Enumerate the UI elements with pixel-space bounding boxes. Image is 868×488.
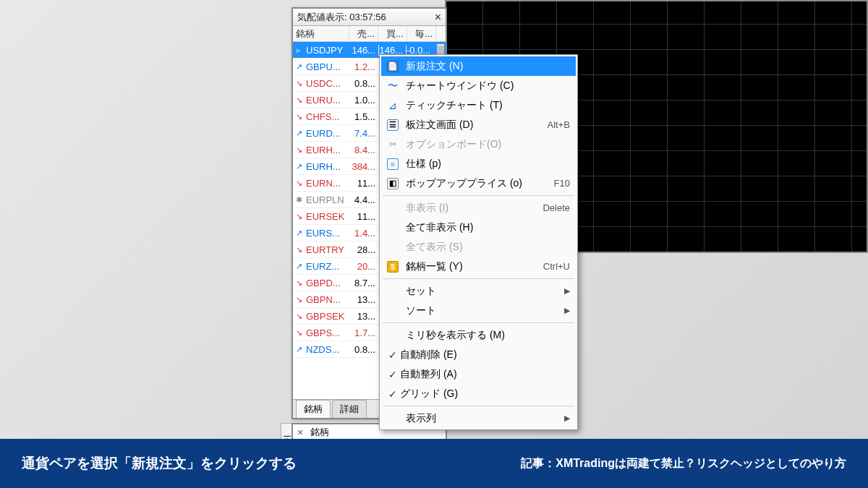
close-icon[interactable]: × (297, 427, 303, 438)
bid-value: 28... (349, 244, 378, 255)
bid-value: 1.4... (349, 228, 378, 239)
symbol-name: EURZ... (305, 261, 349, 272)
trend-arrow-icon: ↘ (293, 295, 305, 304)
menu-new-order[interactable]: 📄 新規注文 (N) (381, 56, 576, 76)
menu-popup-prices[interactable]: ◧ ポップアッププライス (o) F10 (381, 174, 576, 193)
bid-value: 20... (349, 261, 378, 272)
separator (383, 406, 574, 406)
menu-tick-chart[interactable]: ⊿ ティックチャート (T) (381, 95, 576, 115)
menu-columns[interactable]: 表示列 ▶ (381, 408, 576, 428)
symbol-name: GBPU... (305, 61, 349, 72)
bid-value: 1.5... (349, 111, 378, 122)
symbol-name: NZDS... (305, 344, 349, 355)
context-menu: 📄 新規注文 (N) 〜 チャートウインドウ (C) ⊿ ティックチャート (T… (379, 54, 578, 430)
symbol-list-icon: $ (386, 260, 400, 274)
trend-arrow-icon: ↘ (293, 328, 305, 338)
option-icon: ✂ (386, 137, 400, 152)
bid-value: 13... (349, 311, 378, 322)
tick-chart-icon: ⊿ (386, 98, 400, 113)
chevron-right-icon: ▶ (564, 306, 570, 315)
column-headers[interactable]: 銘柄 売... 買... 毎... (293, 26, 446, 42)
menu-hide-all[interactable]: 全て非表示 (H) (381, 218, 576, 237)
menu-option-board: ✂ オプションボード(O) (381, 134, 576, 154)
bid-value: 7.4... (349, 128, 378, 139)
bid-value: 1.0... (349, 95, 378, 106)
trend-arrow-icon: ▹ (293, 46, 305, 55)
close-icon[interactable]: × (435, 12, 441, 23)
symbol-name: EURSEK (305, 211, 349, 222)
spec-icon: ≡ (386, 157, 400, 171)
menu-auto-delete[interactable]: ✓ 自動削除 (E) (381, 345, 576, 364)
bid-value: 1.7... (349, 328, 378, 338)
symbol-name: EURTRY (305, 244, 349, 255)
menu-hide: 非表示 (I) Delete (381, 198, 576, 218)
symbol-name: CHFS... (305, 111, 349, 122)
trend-arrow-icon: ↗ (293, 345, 305, 354)
trend-arrow-icon: ↗ (293, 62, 305, 72)
symbol-name: EURPLN (305, 194, 349, 205)
header-spread[interactable]: 毎... (407, 26, 436, 41)
new-order-icon: 📄 (386, 59, 400, 74)
tab-detail[interactable]: 詳細 (332, 400, 367, 418)
trend-arrow-icon: ↘ (293, 179, 305, 188)
menu-board-order[interactable]: ☰ 板注文画面 (D) Alt+B (381, 115, 576, 134)
menu-sort[interactable]: ソート ▶ (381, 301, 576, 320)
trend-arrow-icon: ↘ (293, 245, 305, 254)
symbol-name: GBPD... (305, 278, 349, 288)
banner-right-text: 記事：XMTradingは両建て禁止？リスクヘッジとしてのやり方 (521, 456, 846, 471)
bid-value: 1.2... (349, 61, 378, 72)
bid-value: 8.7... (349, 278, 378, 288)
bid-value: 11... (349, 211, 378, 222)
symbol-name: GBPS... (305, 328, 349, 338)
trend-arrow-icon: ↗ (293, 262, 305, 271)
trend-arrow-icon: ↗ (293, 162, 305, 171)
bid-value: 146... (349, 45, 378, 56)
bid-value: 4.4... (349, 194, 378, 205)
bid-value: 11... (349, 178, 378, 189)
instruction-banner: 通貨ペアを選択「新規注文」をクリックする 記事：XMTradingは両建て禁止？… (0, 439, 868, 488)
symbol-name: EURS... (305, 228, 349, 239)
symbol-name: USDC... (305, 78, 349, 89)
menu-symbol-list[interactable]: $ 銘柄一覧 (Y) Ctrl+U (381, 257, 576, 276)
symbol-name: GBPSEK (305, 311, 349, 322)
check-icon: ✓ (386, 349, 400, 361)
trend-arrow-icon: ↘ (293, 79, 305, 88)
bid-value: 384... (349, 161, 378, 172)
trend-arrow-icon: ↗ (293, 129, 305, 138)
separator (383, 322, 574, 323)
bid-value: 0.8... (349, 344, 378, 355)
header-ask[interactable]: 買... (378, 26, 407, 41)
chevron-right-icon: ▶ (564, 286, 570, 296)
header-symbol[interactable]: 銘柄 (293, 26, 349, 41)
trend-arrow-icon: ↘ (293, 112, 305, 121)
trend-arrow-icon: ↘ (293, 312, 305, 321)
menu-show-ms[interactable]: ミリ秒を表示する (M) (381, 325, 576, 345)
symbol-name: EURH... (305, 145, 349, 155)
menu-specification[interactable]: ≡ 仕様 (p) (381, 154, 576, 174)
menu-set[interactable]: セット ▶ (381, 281, 576, 301)
trend-arrow-icon: ↘ (293, 145, 305, 155)
separator (383, 278, 574, 279)
tab-symbols[interactable]: 銘柄 (296, 400, 331, 418)
symbol-name: GBPN... (305, 294, 349, 305)
window-title: 気配値表示: 03:57:56 (297, 11, 386, 24)
menu-grid[interactable]: ✓ グリッド (G) (381, 384, 576, 403)
trend-arrow-icon: ↘ (293, 95, 305, 105)
banner-left-text: 通貨ペアを選択「新規注文」をクリックする (22, 454, 297, 473)
board-icon: ☰ (386, 118, 400, 132)
window-titlebar[interactable]: 気配値表示: 03:57:56 × (293, 9, 446, 26)
symbol-name: EURH... (305, 161, 349, 172)
chevron-right-icon: ▶ (564, 414, 570, 423)
menu-show-all: 全て表示 (S) (381, 237, 576, 257)
symbol-name: EURD... (305, 128, 349, 139)
header-bid[interactable]: 売... (349, 26, 378, 41)
symbol-name: USDJPY (305, 45, 349, 56)
menu-chart-window[interactable]: 〜 チャートウインドウ (C) (381, 76, 576, 95)
menu-auto-align[interactable]: ✓ 自動整列 (A) (381, 364, 576, 384)
bid-value: 8.4... (349, 145, 378, 155)
check-icon: ✓ (386, 369, 400, 380)
trend-arrow-icon: ↘ (293, 278, 305, 288)
bid-value: 13... (349, 294, 378, 305)
separator (383, 195, 574, 196)
chart-icon: 〜 (386, 79, 400, 93)
